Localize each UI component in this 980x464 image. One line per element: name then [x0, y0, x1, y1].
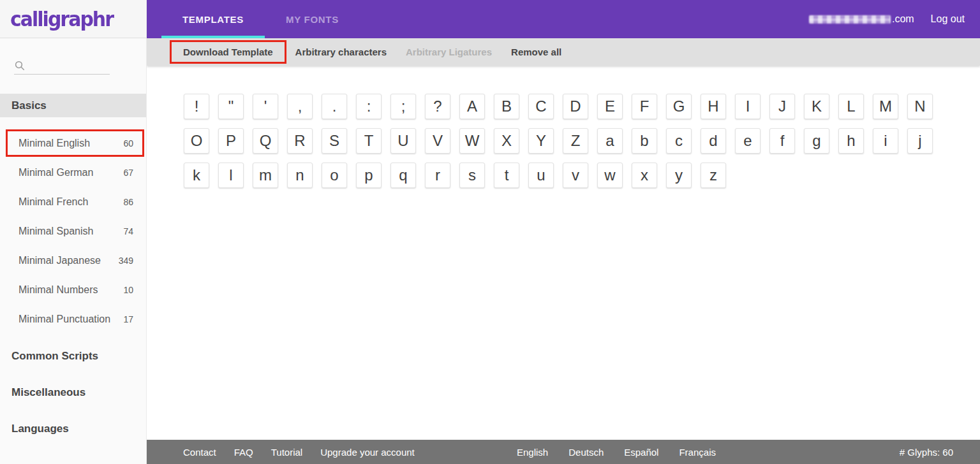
logo-area: calligraphr [0, 0, 146, 38]
toolbar-item-download-template[interactable]: Download Template [183, 47, 273, 57]
glyph-card[interactable]: L [838, 94, 864, 119]
glyph-card[interactable]: D [563, 94, 588, 119]
sidebar-item-minimal-numbers[interactable]: Minimal Numbers10 [0, 275, 146, 305]
footer-link-faq[interactable]: FAQ [234, 447, 253, 458]
account-email: .com [809, 13, 914, 25]
glyph-card[interactable]: F [632, 94, 657, 119]
glyph-card[interactable]: : [356, 94, 382, 119]
footer-link-tutorial[interactable]: Tutorial [271, 447, 302, 458]
glyph-card[interactable]: G [666, 94, 692, 119]
tab-my-fonts[interactable]: MY FONTS [265, 0, 360, 38]
glyph-card[interactable]: Z [563, 128, 588, 154]
glyph-card[interactable]: . [322, 94, 347, 119]
search-input[interactable] [31, 61, 106, 71]
glyph-card[interactable]: u [528, 163, 554, 188]
glyph-card[interactable]: p [356, 163, 382, 188]
glyph-card[interactable]: J [769, 94, 795, 119]
glyph-card[interactable]: K [804, 94, 829, 119]
sidebar-section-languages[interactable]: Languages [0, 410, 146, 447]
glyph-card[interactable]: ! [184, 94, 209, 119]
account-area: .com Log out [809, 0, 980, 38]
sidebar-item-count: 86 [123, 197, 133, 207]
glyph-card[interactable]: q [390, 163, 416, 188]
glyph-card[interactable]: B [494, 94, 519, 119]
toolbar-item-remove-all[interactable]: Remove all [511, 47, 561, 57]
glyph-card[interactable]: a [597, 128, 623, 154]
glyph-card[interactable]: d [701, 128, 726, 154]
glyph-card[interactable]: N [907, 94, 933, 119]
glyph-card[interactable]: H [701, 94, 726, 119]
glyph-card[interactable]: M [873, 94, 898, 119]
footer-bar: ContactFAQTutorialUpgrade your account E… [147, 440, 980, 464]
glyph-card[interactable]: ; [390, 94, 416, 119]
sidebar-item-minimal-punctuation[interactable]: Minimal Punctuation17 [0, 305, 146, 334]
glyph-card[interactable]: m [253, 163, 278, 188]
sidebar-item-count: 17 [123, 314, 133, 324]
glyph-card[interactable]: e [735, 128, 761, 154]
glyph-card[interactable]: I [735, 94, 761, 119]
glyph-card[interactable]: P [218, 128, 244, 154]
sidebar-item-count: 74 [123, 226, 133, 236]
sidebar-item-minimal-german[interactable]: Minimal German67 [0, 158, 146, 187]
glyph-card[interactable]: t [494, 163, 519, 188]
glyph-card[interactable]: Q [253, 128, 278, 154]
footer-lang-espa-ol[interactable]: Español [624, 447, 658, 458]
sidebar-section-basics[interactable]: Basics [0, 94, 146, 117]
footer-link-contact[interactable]: Contact [183, 447, 216, 458]
glyph-card[interactable]: z [701, 163, 726, 188]
template-toolbar: Download TemplateArbitrary charactersArb… [147, 38, 980, 66]
glyph-card[interactable]: i [873, 128, 898, 154]
sidebar-item-label: Minimal Punctuation [19, 314, 110, 325]
glyph-card[interactable]: b [632, 128, 657, 154]
sidebar-item-minimal-french[interactable]: Minimal French86 [0, 187, 146, 217]
tab-templates[interactable]: TEMPLATES [161, 0, 265, 38]
toolbar-item-arbitrary-characters[interactable]: Arbitrary characters [295, 47, 387, 57]
glyph-card[interactable]: o [322, 163, 347, 188]
calligraphr-logo[interactable]: calligraphr [10, 7, 113, 31]
glyph-card[interactable]: x [632, 163, 657, 188]
glyph-card[interactable]: s [459, 163, 485, 188]
glyph-card[interactable]: l [218, 163, 244, 188]
sidebar-section-common-scripts[interactable]: Common Scripts [0, 338, 146, 374]
glyph-card[interactable]: ' [253, 94, 278, 119]
glyph-card[interactable]: f [769, 128, 795, 154]
glyph-card[interactable]: O [184, 128, 209, 154]
glyph-card[interactable]: S [322, 128, 347, 154]
footer-link-upgrade-your-account[interactable]: Upgrade your account [320, 447, 415, 458]
sidebar: calligraphr BasicsMinimal English60Minim… [0, 0, 147, 464]
glyph-card[interactable]: R [287, 128, 313, 154]
glyph-card[interactable]: n [287, 163, 313, 188]
glyph-card[interactable]: ? [425, 94, 450, 119]
glyph-card[interactable]: g [804, 128, 829, 154]
glyph-card[interactable]: U [390, 128, 416, 154]
glyph-card[interactable]: h [838, 128, 864, 154]
sidebar-item-minimal-spanish[interactable]: Minimal Spanish74 [0, 217, 146, 246]
footer-lang-english[interactable]: English [517, 447, 548, 458]
glyph-card[interactable]: y [666, 163, 692, 188]
glyph-card[interactable]: Y [528, 128, 554, 154]
sidebar-item-minimal-english[interactable]: Minimal English60 [0, 129, 146, 158]
logout-button[interactable]: Log out [931, 13, 965, 25]
glyph-card[interactable]: T [356, 128, 382, 154]
sidebar-item-minimal-japanese[interactable]: Minimal Japanese349 [0, 246, 146, 275]
glyph-card[interactable]: C [528, 94, 554, 119]
glyph-card[interactable]: r [425, 163, 450, 188]
sidebar-search[interactable] [14, 60, 110, 75]
glyph-card[interactable]: A [459, 94, 485, 119]
glyph-card[interactable]: V [425, 128, 450, 154]
sidebar-section-miscellaneous[interactable]: Miscellaneous [0, 374, 146, 410]
glyph-card[interactable]: W [459, 128, 485, 154]
glyph-card[interactable]: c [666, 128, 692, 154]
footer-lang-deutsch[interactable]: Deutsch [568, 447, 604, 458]
glyph-card[interactable]: " [218, 94, 244, 119]
glyph-card[interactable]: , [287, 94, 313, 119]
glyph-card[interactable]: E [597, 94, 623, 119]
glyph-card[interactable]: X [494, 128, 519, 154]
glyph-card[interactable]: k [184, 163, 209, 188]
redacted-email-block [809, 15, 891, 24]
glyph-card[interactable]: j [907, 128, 933, 154]
sidebar-nav: BasicsMinimal English60Minimal German67M… [0, 94, 146, 447]
glyph-card[interactable]: v [563, 163, 588, 188]
footer-lang-fran-ais[interactable]: Français [679, 447, 716, 458]
glyph-card[interactable]: w [597, 163, 623, 188]
